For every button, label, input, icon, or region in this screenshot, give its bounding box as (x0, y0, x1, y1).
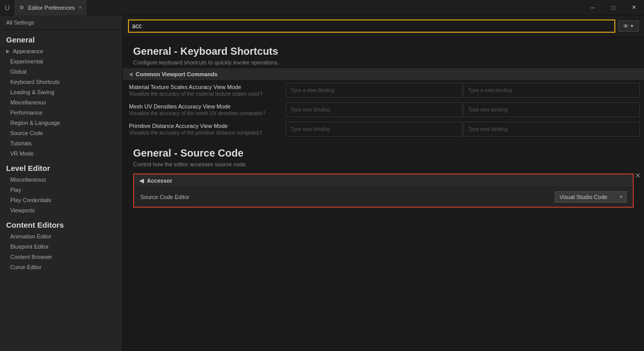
sidebar-item-label: Viewports (10, 207, 35, 213)
tab-label: Editor Preferences (28, 5, 75, 11)
keyboard-shortcuts-title: General - Keyboard Shortcuts (133, 46, 634, 57)
close-window-button[interactable]: ✕ (624, 0, 644, 15)
sidebar-item-label: Blueprint Editor (10, 244, 49, 250)
sidebar-section-content-editors: Content Editors (0, 215, 122, 231)
search-view-button[interactable]: 👁 ▼ (618, 20, 639, 32)
sidebar-item-label: Global (10, 69, 27, 75)
sidebar-item-source-code[interactable]: Source Code (0, 128, 122, 138)
tab-close-button[interactable]: × (79, 5, 82, 10)
arrow-icon: ▶ (6, 49, 10, 54)
sidebar-item-appearance[interactable]: ▶ Appearance (0, 46, 122, 56)
sidebar-item-content-browser[interactable]: Content Browser (0, 252, 122, 262)
sidebar-item-miscellaneous-general[interactable]: Miscellaneous (0, 97, 122, 107)
sidebar-item-label: Content Browser (10, 254, 52, 260)
binding-desc: Visualize the accuracy of the material t… (129, 91, 275, 97)
sidebar-item-loading-saving[interactable]: Loading & Saving (0, 87, 122, 97)
group-collapse-arrow[interactable]: ◀ (129, 72, 133, 77)
sidebar-item-label: Animation Editor (10, 233, 52, 239)
binding-label: Material Texture Scales Accuracy View Mo… (129, 84, 275, 90)
sidebar-item-label: Loading & Saving (10, 89, 54, 95)
editor-tab[interactable]: ⚙ Editor Preferences × (14, 0, 88, 15)
sidebar-item-viewports[interactable]: Viewports (0, 205, 122, 215)
binding-inputs-3 (282, 120, 644, 139)
binding-input-2a[interactable] (286, 102, 462, 117)
binding-input-3b[interactable] (463, 122, 640, 137)
sidebar-item-label: Keyboard Shortcuts (10, 79, 60, 85)
source-code-title: General - Source Code (133, 147, 634, 159)
binding-desc: Visualize the accuracy of the primitive … (129, 130, 275, 136)
binding-input-2b[interactable] (463, 102, 640, 117)
accessor-row: Source Code Editor Visual Studio Code Vi… (134, 187, 633, 207)
binding-label-col-2: Mesh UV Densities Accuracy View Mode Vis… (123, 100, 282, 119)
sidebar-item-play-credentials[interactable]: Play Credentials (0, 195, 122, 205)
table-row: Mesh UV Densities Accuracy View Mode Vis… (123, 100, 644, 120)
search-input[interactable] (129, 20, 614, 32)
maximize-button[interactable]: □ (603, 0, 624, 15)
window-controls: ─ □ ✕ (583, 0, 644, 15)
sidebar-item-performance[interactable]: Performance (0, 107, 122, 118)
content-area: ✕ 👁 ▼ General - Keyboard Shortcuts Confi… (123, 15, 644, 351)
binding-label-col-1: Material Texture Scales Accuracy View Mo… (123, 81, 282, 100)
binding-input-3a[interactable] (286, 122, 462, 137)
accessor-collapse-arrow[interactable]: ◀ (139, 177, 144, 184)
accessor-group-title: Accessor (147, 178, 173, 184)
sidebar-item-label: Miscellaneous (10, 177, 46, 183)
sidebar-item-label: Miscellaneous (10, 99, 46, 105)
source-code-header: General - Source Code Control how the ed… (123, 139, 644, 169)
all-settings-link[interactable]: All Settings (0, 15, 122, 30)
sidebar-item-label: VR Mode (10, 150, 34, 157)
table-row: Primitive Distance Accuracy View Mode Vi… (123, 120, 644, 139)
binding-label-col-3: Primitive Distance Accuracy View Mode Vi… (123, 120, 282, 139)
sidebar-item-animation-editor[interactable]: Animation Editor (0, 231, 122, 242)
binding-label: Primitive Distance Accuracy View Mode (129, 123, 275, 129)
binding-label: Mesh UV Densities Accuracy View Mode (129, 103, 275, 109)
keyboard-shortcuts-header: General - Keyboard Shortcuts Configure k… (123, 37, 644, 68)
bindings-group-header: ◀ Common Viewport Commands (123, 68, 644, 81)
binding-inputs-1 (282, 81, 644, 100)
binding-input-1a[interactable] (286, 83, 462, 98)
keyboard-shortcuts-subtitle: Configure keyboard shortcuts to quickly … (133, 59, 634, 65)
sidebar-item-vr-mode[interactable]: VR Mode (0, 148, 122, 159)
sidebar-item-label: Play (10, 187, 21, 193)
table-row: Material Texture Scales Accuracy View Mo… (123, 81, 644, 100)
sidebar-item-label: Source Code (10, 130, 43, 136)
binding-inputs-2 (282, 100, 644, 119)
search-bar: ✕ 👁 ▼ (123, 15, 644, 37)
title-bar: U ⚙ Editor Preferences × ─ □ ✕ (0, 0, 644, 15)
sidebar-item-label: Curve Editor (10, 264, 41, 270)
binding-desc: Visualize the accuracy of the mesh UV de… (129, 111, 275, 116)
sidebar-item-curve-editor[interactable]: Curve Editor (0, 262, 122, 272)
minimize-button[interactable]: ─ (583, 0, 603, 15)
sidebar-item-level-miscellaneous[interactable]: Miscellaneous (0, 174, 122, 185)
sidebar-item-blueprint-editor[interactable]: Blueprint Editor (0, 242, 122, 252)
sidebar-section-general: General (0, 30, 122, 46)
chevron-down-icon: ▼ (630, 24, 634, 29)
sidebar-item-global[interactable]: Global (0, 67, 122, 77)
sidebar-section-level-editor: Level Editor (0, 159, 122, 174)
binding-input-1b[interactable] (463, 83, 640, 98)
sidebar-item-label: Appearance (13, 48, 43, 54)
source-code-subtitle: Control how the editor accesses source c… (133, 161, 634, 167)
bindings-group-name: Common Viewport Commands (136, 71, 218, 77)
accessor-box: ◀ Accessor Source Code Editor Visual Stu… (133, 173, 634, 208)
sidebar-item-experimental[interactable]: Experimental (0, 56, 122, 67)
sidebar-item-label: Tutorials (10, 140, 32, 146)
sidebar-item-label: Experimental (10, 58, 43, 64)
sidebar: All Settings General ▶ Appearance Experi… (0, 15, 123, 351)
search-clear-button[interactable]: ✕ (633, 170, 643, 181)
sidebar-item-label: Play Credentials (10, 197, 51, 203)
sidebar-item-label: Region & Language (10, 120, 60, 126)
source-code-editor-dropdown[interactable]: Visual Studio Code Visual Studio Xcode R… (555, 191, 627, 203)
main-layout: All Settings General ▶ Appearance Experi… (0, 15, 644, 351)
eye-icon: 👁 (623, 23, 629, 29)
tab-icon: ⚙ (19, 5, 24, 10)
sidebar-item-tutorials[interactable]: Tutorials (0, 138, 122, 148)
accessor-header: ◀ Accessor (134, 174, 633, 187)
sidebar-item-region-language[interactable]: Region & Language (0, 118, 122, 128)
sidebar-item-label: Performance (10, 109, 42, 116)
app-logo: U (0, 0, 14, 15)
sidebar-item-play[interactable]: Play (0, 185, 122, 195)
content-scroll: General - Keyboard Shortcuts Configure k… (123, 37, 644, 351)
sidebar-item-keyboard-shortcuts[interactable]: Keyboard Shortcuts (0, 77, 122, 87)
source-code-editor-dropdown-wrapper: Visual Studio Code Visual Studio Xcode R… (555, 191, 627, 203)
